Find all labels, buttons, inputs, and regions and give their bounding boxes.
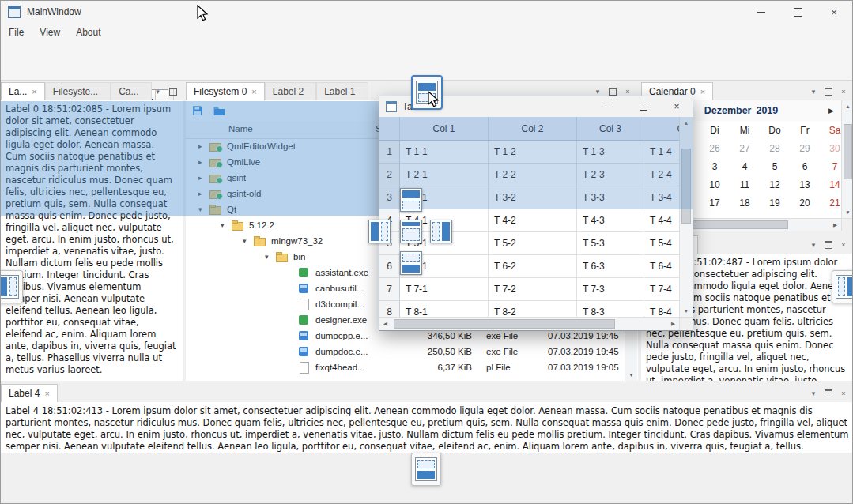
table-cell[interactable]: T 7-3 (577, 278, 644, 301)
table-cell[interactable]: T 7-1 (400, 278, 489, 301)
undock-button[interactable] (167, 85, 179, 98)
close-panel-button[interactable]: × (837, 85, 850, 98)
table-cell[interactable]: T 8-3 (577, 301, 644, 317)
table-cell[interactable]: T 8-1 (400, 301, 489, 317)
menu-item[interactable]: View (32, 23, 68, 42)
table-cell[interactable]: T 7-4 (644, 278, 679, 301)
tab-close-icon[interactable]: × (251, 87, 256, 96)
calendar-day-cell[interactable]: 10 (700, 175, 730, 194)
calendar-day-cell[interactable]: 4 (730, 157, 760, 175)
table-cell[interactable]: T 5-2 (489, 232, 577, 255)
row-header[interactable]: 1 (379, 141, 400, 164)
table-vertical-scrollbar[interactable]: ▲ ▼ (679, 117, 693, 317)
dock-tab[interactable]: Ca... (111, 82, 151, 100)
menu-item[interactable]: File (1, 23, 32, 42)
undock-button[interactable] (822, 239, 835, 251)
dock-edge-top-icon[interactable] (412, 76, 442, 109)
table-cell[interactable]: T 7-2 (489, 278, 577, 301)
tab-close-icon[interactable]: × (700, 87, 705, 96)
table-cell[interactable]: T 1-4 (644, 141, 679, 164)
tree-expand-icon[interactable] (265, 253, 276, 261)
table-cell[interactable]: T 6-2 (489, 255, 577, 278)
table-cell[interactable]: T 1-3 (577, 141, 644, 164)
table-cell[interactable]: T 5-4 (644, 232, 679, 255)
minimize-button[interactable] (743, 1, 779, 23)
scroll-down-arrow[interactable]: ▼ (625, 369, 637, 381)
tree-expand-icon[interactable] (243, 237, 254, 245)
scroll-up-arrow[interactable]: ▲ (680, 117, 693, 129)
calendar-day-cell[interactable]: 19 (760, 194, 790, 212)
tree-expand-icon[interactable] (198, 158, 209, 166)
dock-tab[interactable]: Filesyste... (45, 82, 111, 100)
calendar-day-cell[interactable]: 20 (790, 194, 820, 212)
table-cell[interactable]: T 3-3 (577, 186, 644, 209)
float-maximize-button[interactable] (634, 97, 653, 116)
column-header[interactable]: Col 1 (400, 117, 489, 141)
tab-close-icon[interactable]: × (32, 87, 36, 96)
table-corner-button[interactable] (379, 117, 400, 141)
row-header[interactable]: 7 (379, 278, 400, 301)
dock-top-icon[interactable] (400, 188, 422, 212)
tree-expand-icon[interactable] (221, 221, 232, 229)
calendar-next-button[interactable]: ▶ (828, 100, 834, 121)
dock-center-icon[interactable] (400, 220, 422, 243)
table-cell[interactable]: T 8-2 (489, 301, 577, 317)
splitter-horizontal-bottom[interactable] (1, 381, 853, 384)
dock-tab[interactable]: Label 1 (316, 82, 368, 100)
calendar-day-cell[interactable]: 27 (730, 139, 760, 157)
calendar-day-cell[interactable]: 5 (760, 157, 790, 175)
tab-menu-button[interactable]: ▾ (807, 239, 820, 251)
table-cell[interactable]: T 5-3 (577, 232, 644, 255)
tree-expand-icon[interactable] (198, 174, 209, 182)
table-cell[interactable]: T 6-3 (577, 255, 644, 278)
dock-tab[interactable]: Label 2 (265, 82, 316, 100)
tab-menu-button[interactable]: ▾ (807, 387, 820, 400)
float-close-button[interactable]: × (667, 97, 686, 116)
calendar-day-cell[interactable]: 3 (700, 157, 730, 175)
row-header[interactable]: 8 (379, 301, 400, 317)
scroll-down-arrow[interactable]: ▼ (680, 305, 693, 317)
close-panel-button[interactable]: × (837, 387, 850, 400)
column-header[interactable]: Col 3 (577, 117, 644, 141)
scroll-right-arrow[interactable]: ▶ (667, 318, 679, 330)
calendar-day-cell[interactable]: 29 (790, 139, 820, 157)
tree-expand-icon[interactable] (198, 190, 209, 197)
calendar-month[interactable]: Dezember (704, 105, 752, 116)
dock-edge-left-icon[interactable] (0, 270, 23, 303)
dock-edge-bottom-icon[interactable] (411, 453, 441, 486)
scroll-right-arrow[interactable]: ▶ (829, 219, 841, 231)
table-cell[interactable]: T 4-3 (577, 209, 644, 232)
row-header[interactable]: 2 (379, 164, 400, 186)
table-cell[interactable]: T 8-4 (644, 301, 679, 317)
float-minimize-button[interactable] (599, 97, 618, 116)
table-cell[interactable]: T 2-4 (644, 164, 679, 186)
dock-tab[interactable]: Label 4 × (1, 384, 58, 402)
table-cell[interactable]: T 6-4 (644, 255, 679, 278)
table-cell[interactable]: T 4-4 (644, 209, 679, 232)
scroll-up-arrow[interactable]: ▲ (842, 100, 853, 112)
calendar-day-cell[interactable]: 11 (730, 175, 760, 194)
scroll-thumb[interactable] (844, 124, 852, 179)
table-horizontal-scrollbar[interactable]: ◀ ▶ (379, 317, 679, 330)
row-header[interactable]: 3 (379, 186, 400, 209)
table-cell[interactable]: T 2-2 (489, 164, 577, 186)
table-cell[interactable]: T 2-3 (577, 164, 644, 186)
tab-menu-button[interactable]: ▾ (152, 85, 164, 98)
menu-item[interactable]: About (68, 23, 108, 42)
calendar-day-cell[interactable]: 28 (760, 139, 790, 157)
dock-edge-right-icon[interactable] (832, 270, 853, 303)
tree-expand-icon[interactable] (198, 205, 209, 213)
calendar-vertical-scrollbar[interactable]: ▲ ▼ (841, 100, 853, 218)
calendar-day-cell[interactable]: 12 (760, 175, 790, 194)
calendar-year[interactable]: 2019 (756, 105, 778, 116)
table-cell[interactable]: T 2-1 (400, 164, 489, 186)
table-cell[interactable]: T 1-1 (400, 141, 489, 164)
column-header-name[interactable]: Name (228, 124, 253, 134)
tree-row[interactable]: dumpdoc.e... 250,50 KiB exe File 07.03.2… (186, 344, 625, 359)
scroll-left-arrow[interactable]: ◀ (379, 318, 391, 330)
table-cell[interactable]: T 1-2 (489, 141, 577, 164)
dock-tab[interactable]: Filesystem 0 × (186, 82, 265, 100)
tab-menu-button[interactable]: ▾ (807, 85, 820, 98)
table-cell[interactable]: T 3-4 (644, 186, 679, 209)
scroll-down-arrow[interactable]: ▼ (842, 206, 853, 218)
